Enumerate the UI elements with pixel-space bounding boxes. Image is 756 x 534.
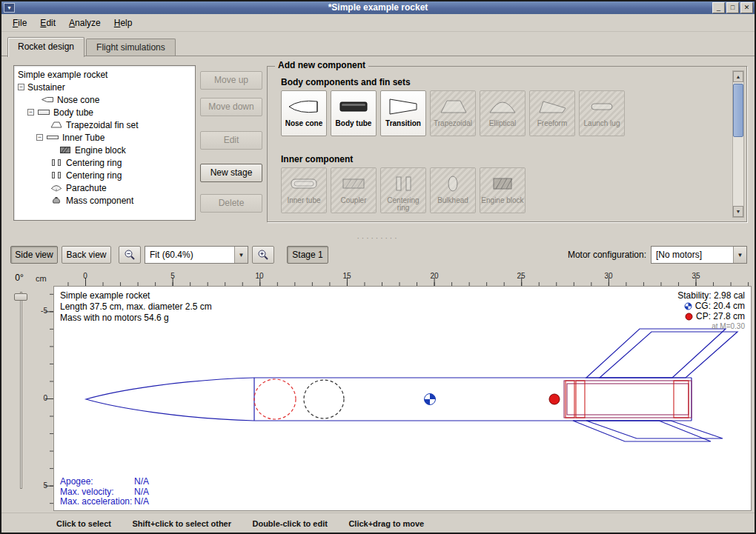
cg-value: CG: 20.4 cm bbox=[695, 301, 745, 311]
nose-cone-icon bbox=[41, 96, 54, 104]
chevron-down-icon: ▼ bbox=[733, 247, 746, 263]
add-centering-ring-button[interactable]: Centering ring bbox=[380, 167, 426, 213]
zoom-out-icon bbox=[124, 249, 136, 261]
rotation-slider[interactable] bbox=[20, 292, 22, 489]
ruler-tick-label: 20 bbox=[425, 272, 443, 280]
menu-help[interactable]: Help bbox=[107, 16, 139, 30]
body-components-label: Body components and fin sets bbox=[281, 77, 411, 87]
menu-edit[interactable]: Edit bbox=[33, 16, 62, 30]
add-bulkhead-button[interactable]: Bulkhead bbox=[430, 167, 476, 213]
zoom-out-button[interactable] bbox=[119, 246, 141, 264]
edit-button[interactable]: Edit bbox=[200, 131, 262, 150]
tree-row[interactable]: Mass component bbox=[14, 194, 195, 207]
tree-row[interactable]: Centering ring bbox=[14, 169, 195, 181]
collapse-icon[interactable]: − bbox=[18, 84, 24, 90]
body-tube-icon bbox=[37, 108, 50, 116]
ruler-tick-label: 10 bbox=[251, 272, 268, 280]
collapse-icon[interactable]: − bbox=[36, 134, 43, 141]
side-view-button[interactable]: Side view bbox=[10, 246, 58, 264]
flight-data: Apogee: N/A Max. velocity: N/A Max. acce… bbox=[60, 477, 149, 507]
nose-cone-outline bbox=[86, 378, 254, 421]
tree-row[interactable]: − Sustainer bbox=[14, 81, 195, 93]
rocket-dimensions: Length 37.5 cm, max. diameter 2.5 cm bbox=[60, 301, 212, 313]
maximize-button[interactable]: □ bbox=[726, 2, 739, 13]
rocket-view-area: 0° cm 0 5 10 15 20 bbox=[1, 267, 755, 513]
tree-row[interactable]: − Inner Tube bbox=[14, 131, 195, 144]
inner-component-buttons: Inner tube Coupler Centering ring Bulkhe… bbox=[281, 167, 525, 213]
rotation-slider-handle[interactable] bbox=[14, 293, 27, 301]
tree-item-label: Trapezoidal fin set bbox=[66, 120, 139, 130]
move-down-button[interactable]: Move down bbox=[200, 98, 262, 116]
stage-1-toggle[interactable]: Stage 1 bbox=[287, 246, 328, 264]
cp-marker bbox=[549, 394, 560, 404]
stability-value: Stability: 2.98 cal bbox=[677, 290, 745, 301]
hint-click-select: Click to select bbox=[56, 519, 111, 528]
component-scrollbar[interactable]: ▲ ▼ bbox=[732, 70, 744, 218]
trapezoidal-fin-icon bbox=[437, 96, 469, 118]
zoom-select[interactable]: Fit (60.4%) ▼ bbox=[145, 246, 248, 264]
tree-action-buttons: Move up Move down Edit New stage Delete bbox=[200, 56, 262, 233]
tree-row[interactable]: Nose cone bbox=[14, 93, 195, 106]
add-transition-button[interactable]: Transition bbox=[380, 90, 426, 136]
menu-analyze[interactable]: Analyze bbox=[62, 16, 107, 30]
motor-configuration-select[interactable]: [No motors] ▼ bbox=[651, 246, 747, 264]
tab-flight-simulations[interactable]: Flight simulations bbox=[86, 39, 176, 56]
inner-tube-icon bbox=[46, 133, 59, 141]
component-tree[interactable]: Simple example rocket − Sustainer Nose c… bbox=[13, 65, 196, 221]
add-freeform-fin-button[interactable]: Freeform bbox=[529, 90, 575, 136]
mach-condition: at M=0.30 bbox=[677, 321, 745, 332]
parachute-dashed-outline bbox=[254, 379, 296, 419]
back-view-button[interactable]: Back view bbox=[62, 246, 111, 264]
zoom-in-button[interactable] bbox=[252, 246, 274, 264]
tree-item-label: Sustainer bbox=[27, 82, 65, 93]
horizontal-ruler: 0 5 10 15 20 25 30 35 bbox=[53, 273, 752, 286]
scroll-down-icon[interactable]: ▼ bbox=[733, 206, 743, 217]
cp-value: CP: 27.8 cm bbox=[696, 311, 745, 321]
ruler-tick-label: 5 bbox=[34, 481, 47, 490]
add-elliptical-fin-button[interactable]: Elliptical bbox=[480, 90, 525, 136]
tree-row[interactable]: Simple example rocket bbox=[14, 68, 195, 81]
app-window: ▾ *Simple example rocket _ □ ✕ File Edit… bbox=[0, 0, 756, 534]
close-button[interactable]: ✕ bbox=[740, 2, 753, 13]
collapse-icon[interactable]: − bbox=[27, 109, 34, 116]
ruler-tick-label: 25 bbox=[512, 272, 530, 280]
nose-cone-icon bbox=[288, 96, 320, 118]
centering-ring-icon bbox=[387, 173, 420, 195]
tree-row[interactable]: − Body tube bbox=[14, 106, 195, 119]
add-body-tube-button[interactable]: Body tube bbox=[331, 90, 377, 136]
delete-button[interactable]: Delete bbox=[200, 194, 262, 213]
ruler-tick-label: 0 bbox=[34, 394, 47, 402]
tree-item-label: Inner Tube bbox=[62, 133, 105, 143]
scroll-up-icon[interactable]: ▲ bbox=[733, 71, 743, 82]
add-engine-block-button[interactable]: Engine block bbox=[480, 167, 525, 213]
view-toolbar: Side view Back view Fit (60.4%) ▼ Stage … bbox=[1, 243, 755, 267]
h-ruler-ticks bbox=[53, 273, 752, 286]
tree-row[interactable]: Trapezoidal fin set bbox=[14, 119, 195, 131]
tree-row[interactable]: Engine block bbox=[14, 144, 195, 156]
tree-row[interactable]: Centering ring bbox=[14, 156, 195, 169]
add-launch-lug-button[interactable]: Launch lug bbox=[579, 90, 625, 136]
add-trapezoidal-fin-button[interactable]: Trapezoidal bbox=[430, 90, 476, 136]
pane-splitter[interactable]: ········· bbox=[1, 233, 755, 243]
rocket-info: Simple example rocket Length 37.5 cm, ma… bbox=[60, 290, 212, 324]
minimize-button[interactable]: _ bbox=[712, 2, 725, 13]
tree-row[interactable]: Parachute bbox=[14, 181, 195, 194]
vertical-ruler: -5 0 5 bbox=[34, 286, 53, 511]
zoom-in-icon bbox=[257, 249, 269, 261]
body-tube-icon bbox=[337, 96, 370, 118]
motor-mount-outline bbox=[564, 381, 692, 418]
hint-shift-click: Shift+click to select other bbox=[132, 519, 231, 528]
add-nose-cone-button[interactable]: Nose cone bbox=[281, 90, 327, 136]
move-up-button[interactable]: Move up bbox=[200, 71, 262, 90]
rocket-canvas[interactable]: Simple example rocket Length 37.5 cm, ma… bbox=[53, 286, 752, 511]
new-stage-button[interactable]: New stage bbox=[200, 164, 262, 182]
add-inner-tube-button[interactable]: Inner tube bbox=[281, 167, 327, 213]
scrollbar-thumb[interactable] bbox=[733, 84, 743, 137]
menu-file[interactable]: File bbox=[6, 16, 33, 30]
rocket-name: Simple example rocket bbox=[60, 290, 212, 301]
freeform-fin-icon bbox=[536, 96, 568, 118]
tab-rocket-design[interactable]: Rocket design bbox=[7, 37, 84, 57]
ruler-tick-label: 0 bbox=[76, 272, 94, 280]
add-coupler-button[interactable]: Coupler bbox=[331, 167, 377, 213]
menubar: File Edit Analyze Help bbox=[1, 14, 755, 32]
